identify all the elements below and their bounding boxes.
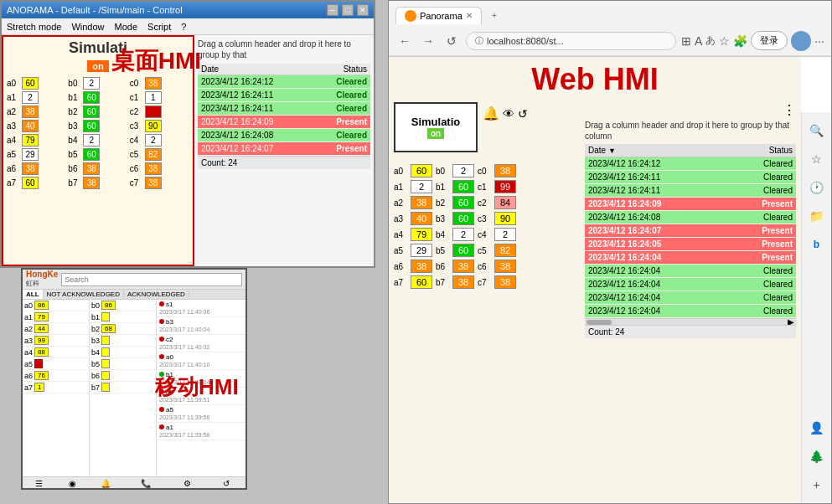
grid-row: c582 [130,148,189,161]
web-grid: a060b02c038 a12b160c199 a238b260c284 a34… [394,164,578,289]
desktop-menubar: Stretch mode Window Mode Script ? [2,18,374,35]
footer-status[interactable]: ◉Status [63,479,82,488]
alarm-tab-all[interactable]: ALL [23,290,44,299]
sidebar-history-icon[interactable]: 🕐 [805,176,829,199]
grid-row: a238 [7,105,66,118]
mobile-left-col: a086 a179 a244 a399 a488 a5 a676 a71 [23,300,90,476]
avatar-button[interactable] [791,31,811,51]
menu-script[interactable]: Script [147,22,171,32]
alarm-row: 2023/4/12 16:24:12Cleared [198,75,370,89]
login-button[interactable]: 登录 [751,31,788,50]
translate-icon[interactable]: あ [705,33,716,48]
sidebar-tree-icon[interactable]: 🌲 [805,445,829,468]
grid-row: b738 [68,177,127,189]
grid-row: a760 [7,177,66,189]
sidebar-copilot-icon[interactable]: b [805,233,829,256]
footer-call-alarm[interactable]: 📞Call Alarm [130,479,160,488]
mobile-search-input[interactable] [61,273,242,286]
mobile-cell: b1 [90,311,156,323]
reload-button[interactable]: ↺ [442,32,461,50]
sidebar-favorites-icon[interactable]: ☆ [805,147,829,171]
alarm-tab-ack[interactable]: ACKNOWLEDGED [124,290,189,299]
web-alarm-row: 2023/4/12 16:24:12Cleared [585,157,796,171]
mobile-cell: a488 [23,347,89,358]
desktop-hmi-label: 桌面HMI [111,45,201,77]
footer-menu[interactable]: ☰Menu [30,479,47,488]
grid-row: c390 [130,120,189,132]
web-alarm-row: 2023/4/12 16:24:04Present [585,251,796,265]
alarm-row: 2023/4/12 16:24:09Present [198,116,370,129]
footer-alarm[interactable]: 🔔Alarm [97,479,115,488]
web-hmi-title: Web HMI [394,62,796,97]
menu-stretch[interactable]: Stretch mode [7,22,61,32]
grid-row: c42 [130,134,189,147]
bell-icon[interactable]: 🔔 [483,105,499,121]
web-simu-area: Simulatio on 🔔 👁 ↺ [394,102,578,159]
alarm-row: 2023/4/12 16:24:11Cleared [198,89,370,102]
web-content: Web HMI Simulatio on [389,57,801,503]
desktop-left-panel: Simulati on a060 b02 c038 a12 b160 c11 a… [2,35,194,266]
simu-status: on [87,60,108,72]
footer-refresh[interactable]: ↺Refresh [214,479,238,488]
maximize-btn[interactable]: □ [342,4,354,16]
mobile-footer: ☰Menu ◉Status 🔔Alarm 📞Call Alarm ⚙System… [23,476,245,488]
mobile-header: HongKe 虹科 [23,270,245,290]
mobile-cell: a399 [23,335,89,347]
web-alarm-row: 2023/4/12 16:24:11Cleared [585,171,796,184]
browser-action-buttons: ⊞ A あ ☆ 🧩 登录 ··· [681,31,824,51]
web-simu-name: Simulatio [411,116,461,128]
sidebar-add-icon[interactable]: + [805,473,829,496]
mobile-cell: b4 [90,347,156,358]
mobile-cell: b268 [90,323,156,335]
browser-content-area: Web HMI Simulatio on [389,57,831,503]
browser-tab-active[interactable]: Panorama ✕ [395,7,482,24]
grid-row: a12 [7,91,66,104]
alarm-tabs: ALL NOT ACKNOWLEDGED ACKNOWLEDGED [23,290,245,300]
browser-chrome: Panorama ✕ + ← → ↺ ⓘ localhost:8080/st..… [389,1,831,57]
menu-window[interactable]: Window [71,22,104,32]
menu-help[interactable]: ? [181,22,186,32]
grid-row: c038 [130,77,189,90]
desktop-right-panel: Drag a column header and drop it here to… [194,35,374,266]
eye-icon[interactable]: 👁 [503,107,514,121]
web-grid-row: a12b160c199 [394,180,578,193]
browser-tab-bar: Panorama ✕ + [389,1,831,26]
grid-row: a529 [7,148,66,161]
sidebar-collections-icon[interactable]: 📁 [805,204,829,228]
web-alarm-row: 2023/4/12 16:24:04Cleared [585,305,796,318]
extensions-icon[interactable]: 🧩 [733,34,747,48]
grid-row: b42 [68,134,127,147]
mobile-cell: a244 [23,323,89,335]
tab-favicon-icon [405,10,416,22]
grid-row: c2 [130,105,189,118]
footer-system[interactable]: ⚙System [176,479,199,488]
web-grid-row: a479b42c42 [394,228,578,241]
minimize-btn[interactable]: ─ [327,4,338,16]
sidebar-search-icon[interactable]: 🔍 [805,119,829,142]
scrollbar-thumb [587,320,612,325]
web-grid-row: a340b360c390 [394,212,578,225]
desktop-titlebar: ANORAMA - Default - /Simu/main - Control… [2,2,374,18]
font-icon[interactable]: A [695,34,702,48]
web-simu-status: on [427,128,444,139]
sidebar-person-icon[interactable]: 👤 [805,416,829,440]
mobile-cell: a676 [23,370,89,382]
star-icon[interactable]: ☆ [719,34,730,48]
grid-icon[interactable]: ⊞ [681,34,691,48]
close-btn[interactable]: ✕ [357,4,369,16]
grid-row: c638 [130,162,189,175]
more-options-icon[interactable]: ⋮ [783,102,796,118]
menu-mode[interactable]: Mode [115,22,138,32]
browser-tab-new[interactable]: + [485,8,504,23]
back-button[interactable]: ← [395,32,414,50]
lock-icon: ⓘ [475,35,483,47]
more-button[interactable]: ··· [814,34,824,48]
refresh-icon[interactable]: ↺ [518,107,528,121]
horizontal-scrollbar[interactable]: ▶ [585,318,796,325]
grid-row: a638 [7,162,66,175]
tab-close-icon[interactable]: ✕ [466,11,473,20]
forward-button[interactable]: → [419,32,437,50]
web-alarm-count: Count: 24 [585,325,796,338]
address-bar[interactable]: ⓘ localhost:8080/st... [466,32,676,50]
alarm-tab-not-ack[interactable]: NOT ACKNOWLEDGED [44,290,124,299]
